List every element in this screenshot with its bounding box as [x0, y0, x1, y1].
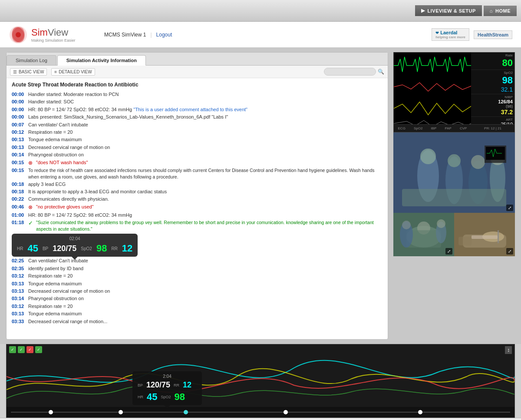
tooltip1-arrow	[72, 257, 78, 260]
tab-bar: Simulation Log Simulation Activity Infor…	[7, 53, 388, 66]
play-icon: ▶	[421, 8, 425, 13]
tooltip1-values: HR 45 BP 120/75 SpO2 98 RR 12	[17, 243, 132, 254]
playback-bar: ▶ ⏮ Save	[0, 418, 521, 420]
basic-view-button[interactable]: ☰ BASIC VIEW	[10, 68, 47, 76]
logout-link[interactable]: Logout	[156, 32, 172, 38]
log-content[interactable]: Acute Strep Throat Moderate Reaction to …	[7, 78, 388, 330]
tab-simulation-activity[interactable]: Simulation Activity Information	[57, 55, 146, 66]
vital-spo2: SpO2 98 32.1	[471, 70, 514, 94]
log-entry: 02:25 Can ventilate/ Can't intubate	[12, 258, 383, 264]
tooltip2-spo2: 98	[175, 391, 185, 403]
liveview-setup-button[interactable]: ▶ LIVEVIEW & SETUP	[415, 5, 482, 16]
svg-rect-26	[458, 237, 472, 245]
brand-logos: ❤ Laerdal helping care more HealthStream	[432, 28, 512, 41]
medical-team-image: ⤢	[393, 132, 515, 213]
log-entry: 01:18 ✓ "Suzie comunicated the airway pr…	[12, 219, 383, 232]
home-label: HOME	[495, 8, 511, 13]
monitor-screen: Rate 80 SpO2 98 32.1 NIBP 126/84 (98) 37…	[394, 53, 514, 132]
vitals-tooltip1: 02:04 HR 45 BP 120/75 SpO2 98 RR 12	[12, 234, 138, 257]
vitals-numbers: Rate 80 SpO2 98 32.1 NIBP 126/84 (98) 37…	[471, 53, 514, 132]
log-entry: 01:00 HR: 80 BP = 124/ 72 SpO2: 98 etCO2…	[12, 212, 383, 218]
scrubber-track[interactable]	[11, 412, 510, 413]
tooltip2-arrow	[164, 405, 170, 408]
scenario-title: Acute Strep Throat Moderate Reaction to …	[12, 82, 383, 88]
search-button[interactable]: 🔍	[378, 69, 384, 75]
scrubber-dot-5[interactable]	[418, 410, 422, 414]
log-entry: 00:13 Tongue edema maximum	[12, 136, 383, 143]
log-entry: 00:18 apply 3 lead ECG	[12, 181, 383, 188]
error-icon2: ⊗	[28, 204, 36, 211]
scrubber-dot-1[interactable]	[49, 410, 53, 414]
log-entry: 03:13 Decreased cervical range of motion…	[12, 288, 383, 294]
logo-name: SimView	[31, 27, 76, 38]
log-entry: 00:15 To reduce the risk of health care …	[12, 167, 383, 180]
list-icon: ☰	[13, 69, 17, 74]
timeline-expand-button[interactable]: ↕	[505, 346, 512, 354]
tooltip2-bp: 120/75	[146, 380, 170, 390]
tooltip2-row1: BP 120/75 RR 12	[138, 380, 197, 390]
tooltip1-container: 02:04 HR 45 BP 120/75 SpO2 98 RR 12	[12, 234, 383, 257]
monitor-bottom-row: ECG SpO2 IBP PAP CVP	[394, 124, 471, 132]
home-button[interactable]: ⌂ HOME	[484, 6, 517, 16]
right-panel: Rate 80 SpO2 98 32.1 NIBP 126/84 (98) 37…	[393, 52, 515, 340]
log-entry: 00:14 Pharyngeal obstruction on	[12, 152, 383, 158]
tooltip1-hr: 45	[27, 243, 38, 254]
log-entry: 02:35 identify patient by ID band	[12, 265, 383, 272]
svg-point-23	[437, 219, 445, 228]
svg-point-6	[420, 149, 436, 164]
detailed-view-button[interactable]: ≡ DETAILED VIEW	[51, 68, 95, 76]
monitor-pr: PR: 12 | 21	[471, 124, 514, 132]
log-entry: 03:13 Tongue edema maximum	[12, 311, 383, 317]
timeline-section: ✓ ✓ ✓ ✓ ↕ 2:04 BP 120/75 RR 12 HR 45	[6, 344, 515, 418]
tooltip2-hr: 45	[147, 391, 157, 403]
procedure-image: ⤢	[454, 213, 515, 256]
tooltip1-rr: 12	[122, 243, 132, 254]
tooltip2-row2: HR 45 SpO2 98	[138, 391, 197, 403]
vitals-monitor: Rate 80 SpO2 98 32.1 NIBP 126/84 (98) 37…	[393, 52, 515, 132]
check-icon: ✓	[28, 219, 36, 227]
tooltip1-time: 02:04	[69, 236, 80, 241]
svg-point-8	[448, 154, 461, 167]
session-info: MCMS SimView 1 | Logout	[104, 32, 172, 38]
expand-procedure-image-button[interactable]: ⤢	[506, 248, 513, 255]
timeline-controls: ✓ ✓ ✓ ✓	[9, 346, 42, 353]
log-entry: 00:13 Decreased cervical range of motion…	[12, 144, 383, 151]
log-entry: 00:18 It is appropriate to apply a 3-lea…	[12, 189, 383, 195]
svg-point-3	[16, 32, 21, 37]
header: SimView Making Simulation Easier MCMS Si…	[0, 22, 521, 48]
tooltip2-rr: 12	[183, 380, 191, 390]
log-entry: 00:07 Can ventilate/ Can't intubate	[12, 122, 383, 128]
scrubber-dot-4[interactable]	[284, 410, 288, 414]
home-icon: ⌂	[490, 8, 493, 13]
image-row-bottom: ⤢ ⤢	[393, 213, 515, 256]
svg-rect-29	[472, 235, 498, 239]
svg-point-10	[471, 155, 485, 169]
healthstream-logo: HealthStream	[474, 30, 512, 39]
log-entry: 03:33 Decreased cervical range of motion…	[12, 318, 383, 325]
tl-icon4: ✓	[35, 346, 42, 353]
main-content: Simulation Log Simulation Activity Infor…	[0, 48, 521, 344]
tl-icon3: ✓	[26, 346, 33, 353]
liveview-label: LIVEVIEW & SETUP	[428, 8, 476, 13]
timeline-scrubber[interactable]	[7, 407, 514, 417]
simview-logo-icon	[9, 25, 28, 44]
logo-tagline: Making Simulation Easier	[31, 38, 76, 43]
tl-icon1: ✓	[9, 346, 16, 353]
log-entry: 00:12 Respiration rate = 20	[12, 129, 383, 136]
vital-rate: Rate 80	[471, 53, 514, 70]
scrubber-dot-2[interactable]	[119, 410, 123, 414]
detail-icon: ≡	[54, 69, 57, 74]
laerdal-logo: ❤ Laerdal helping care more	[432, 28, 469, 41]
log-entry: 00:00 HR: 80 BP = 124/ 72 SpO2: 98 etCO2…	[12, 106, 383, 113]
expand-simulation-image-button[interactable]: ⤢	[445, 248, 452, 255]
log-entry: 00:15 ⊗ "does NOT wash hands"	[12, 159, 383, 167]
expand-team-image-button[interactable]: ⤢	[506, 205, 513, 211]
simulation-image: ⤢	[393, 213, 454, 256]
log-entry: 03:12 Respiration rate = 20	[12, 273, 383, 279]
session-label: MCMS SimView 1	[104, 32, 146, 38]
log-entry: 03:14 Pharyngeal obstruction on	[12, 295, 383, 302]
header-right: MCMS SimView 1 | Logout ❤ Laerdal helpin…	[96, 28, 512, 41]
scrubber-dot-active[interactable]	[184, 410, 188, 414]
tab-simulation-log[interactable]: Simulation Log	[7, 55, 56, 65]
tooltip2-time: 2:04	[138, 374, 197, 379]
